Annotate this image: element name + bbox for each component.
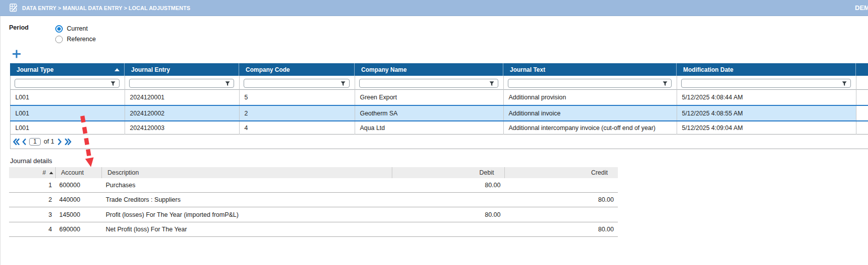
- filter-input-company-name[interactable]: [359, 79, 498, 88]
- details-column-header-credit[interactable]: Credit: [505, 167, 618, 178]
- details-cell: 600000: [56, 178, 102, 192]
- cell: L001: [10, 121, 125, 134]
- journal-row[interactable]: L00120241200015Green ExportAdditionnal p…: [10, 90, 868, 105]
- column-header-modification-date[interactable]: Modification Date: [677, 63, 856, 76]
- cell-filler: [856, 90, 868, 105]
- table-left-border: [10, 76, 11, 149]
- journal-details-title: Journal details: [10, 157, 52, 165]
- cell-filler: [856, 106, 868, 120]
- details-cell: 80.00: [392, 208, 505, 222]
- radio-current[interactable]: Current: [55, 25, 88, 33]
- previous-page-icon[interactable]: [22, 139, 26, 145]
- funnel-icon[interactable]: [111, 81, 116, 87]
- funnel-icon[interactable]: [225, 81, 230, 87]
- cell: Geotherm SA: [355, 106, 503, 120]
- filter-cell-5: [677, 76, 856, 89]
- details-cell: [392, 222, 505, 236]
- sort-ascending-icon: [49, 172, 53, 174]
- breadcrumb-bar: DATA ENTRY > MANUAL DATA ENTRY > LOCAL A…: [0, 0, 868, 16]
- details-cell: 690000: [56, 222, 102, 236]
- details-cell: Net Profit (loss) For The Year: [102, 222, 392, 236]
- cell: 2024120003: [125, 121, 239, 134]
- details-cell: 440000: [56, 193, 102, 207]
- period-label: Period: [9, 24, 29, 31]
- column-header-filler: [856, 63, 868, 76]
- filter-input-journal-type[interactable]: [15, 79, 120, 88]
- details-row[interactable]: 3145000Profit (losses) For The Year (imp…: [9, 208, 618, 222]
- cell: 5/12/2025 4:09:04 AM: [677, 121, 856, 134]
- details-row[interactable]: 2440000Trade Creditors : Suppliers80.00: [9, 193, 618, 207]
- breadcrumb: DATA ENTRY > MANUAL DATA ENTRY > LOCAL A…: [22, 0, 190, 16]
- column-header-company-code[interactable]: Company Code: [239, 63, 355, 76]
- next-page-icon[interactable]: [58, 139, 62, 145]
- filter-cell-4: [503, 76, 677, 89]
- funnel-icon[interactable]: [489, 81, 494, 87]
- edit-table-icon: [10, 3, 18, 13]
- selected-row-bottom-border: [10, 120, 868, 121]
- journal-table-header: Journal TypeJournal EntryCompany CodeCom…: [10, 63, 868, 76]
- cell: 5/12/2025 4:08:44 AM: [677, 90, 856, 105]
- details-column-header-debit[interactable]: Debit: [392, 167, 505, 178]
- details-cell: 4: [9, 222, 56, 236]
- filter-input-journal-entry[interactable]: [129, 79, 234, 88]
- filter-cell-2: [239, 76, 355, 89]
- cell: Aqua Ltd: [355, 121, 503, 134]
- radio-current-label: Current: [67, 25, 88, 32]
- filter-input-modification-date[interactable]: [681, 79, 851, 88]
- filter-input-company-code[interactable]: [244, 79, 350, 88]
- details-cell: 145000: [56, 208, 102, 222]
- pager: 1 of 1: [10, 135, 868, 149]
- column-header-journal-entry[interactable]: Journal Entry: [125, 63, 239, 76]
- cell: 2024120001: [125, 90, 239, 105]
- add-journal-button[interactable]: [12, 49, 21, 59]
- column-header-company-name[interactable]: Company Name: [355, 63, 503, 76]
- cell: Additionnal provision: [503, 90, 677, 105]
- cell: 2024120002: [125, 106, 239, 120]
- sort-ascending-icon: [115, 68, 120, 71]
- cell: L001: [10, 106, 125, 120]
- radio-reference-label: Reference: [67, 36, 96, 43]
- details-cell: 1: [9, 178, 56, 192]
- radio-reference-control[interactable]: [55, 36, 63, 43]
- red-dashed-arrow: [70, 111, 100, 172]
- radio-current-control[interactable]: [55, 25, 63, 33]
- details-column-header-description[interactable]: Description: [102, 167, 392, 178]
- details-row[interactable]: 4690000Net Profit (loss) For The Year80.…: [9, 222, 618, 237]
- column-header-journal-type[interactable]: Journal Type: [10, 63, 125, 76]
- cell: Additionnal invoice: [503, 106, 677, 120]
- details-cell: 80.00: [392, 178, 505, 192]
- column-header-journal-text[interactable]: Journal Text: [503, 63, 677, 76]
- environment-label: DEMO: [855, 0, 868, 16]
- journal-row-selected[interactable]: L00120241200022Geotherm SAAdditionnal in…: [10, 105, 868, 121]
- details-cell: Purchases: [102, 178, 392, 192]
- selected-row-top-border: [10, 105, 868, 106]
- filter-input-journal-text[interactable]: [508, 79, 672, 88]
- filter-cell-0: [10, 76, 125, 89]
- cell: 4: [239, 121, 355, 134]
- details-row[interactable]: 1600000Purchases80.00: [9, 178, 618, 193]
- cell: 5: [239, 90, 355, 105]
- details-column-header-[interactable]: #: [9, 167, 56, 178]
- page-number-input[interactable]: 1: [29, 138, 41, 146]
- journal-table-filter-row: [10, 76, 868, 90]
- details-cell: [505, 178, 618, 192]
- journal-row[interactable]: L00120241200034Aqua LtdAdditionnal inter…: [10, 121, 868, 135]
- funnel-icon[interactable]: [341, 81, 346, 87]
- filter-cell-3: [355, 76, 503, 89]
- cell: 2: [239, 106, 355, 120]
- funnel-icon[interactable]: [842, 81, 847, 87]
- cell: Green Export: [355, 90, 503, 105]
- cell-filler: [856, 121, 868, 134]
- details-cell: Trade Creditors : Suppliers: [102, 193, 392, 207]
- cell: 5/12/2025 4:08:55 AM: [677, 106, 856, 120]
- radio-reference[interactable]: Reference: [55, 35, 96, 43]
- first-page-icon[interactable]: [13, 139, 20, 145]
- left-edge-line: [0, 16, 1, 265]
- funnel-icon[interactable]: [663, 81, 668, 87]
- page-number-value: 1: [33, 138, 37, 145]
- details-cell: 80.00: [505, 193, 618, 207]
- cell: L001: [10, 90, 125, 105]
- cell: Additionnal intercompany invoice (cut-of…: [503, 121, 677, 134]
- page: DATA ENTRY > MANUAL DATA ENTRY > LOCAL A…: [0, 0, 868, 265]
- details-cell: 80.00: [505, 222, 618, 236]
